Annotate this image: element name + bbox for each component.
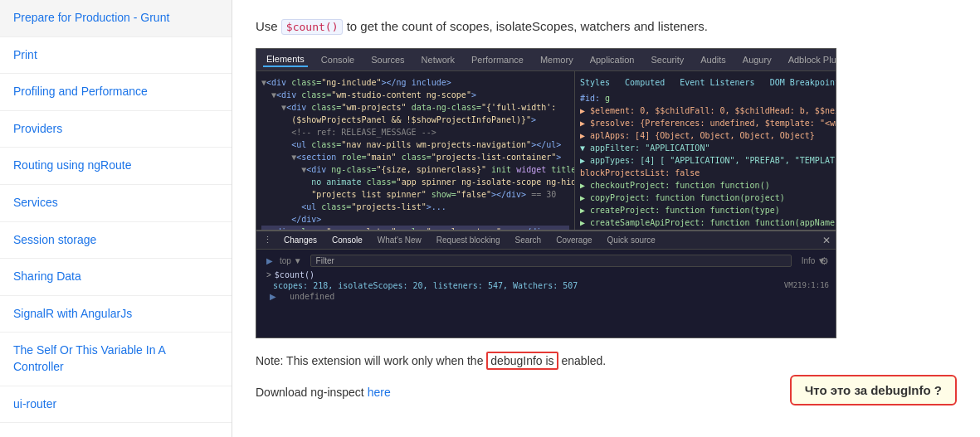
- console-prompt: >: [266, 270, 271, 279]
- sidebar-item-services[interactable]: Services: [0, 185, 232, 222]
- console-body: ▶ top ▼ Filter Info ▼ ⚙ > $count() scope…: [256, 250, 836, 304]
- console-filter-row: ▶ top ▼ Filter Info ▼ ⚙: [263, 253, 829, 269]
- dom-line-9: no animate class="app spinner ng-isolate…: [261, 176, 569, 188]
- sidebar-item-profiling[interactable]: Profiling and Performance: [0, 74, 232, 111]
- style-create: ▶ createProject: function function(type): [580, 204, 831, 216]
- console-filter-input[interactable]: Filter: [310, 255, 792, 267]
- style-apptypes: ▶ appTypes: [4] [ "APPLICATION", "PREFAB…: [580, 154, 831, 167]
- dom-line-4: ($showProjectsPanel && !$showProjectInfo…: [261, 114, 569, 126]
- dt-tab-application[interactable]: Application: [587, 53, 638, 66]
- count-code: $count(): [281, 19, 344, 35]
- style-resolve: ▶ $resolve: {Preferences: undefined, $te…: [580, 117, 831, 129]
- dom-line-2: ▼<div class="wm-studio-content ng-scope"…: [261, 89, 569, 101]
- console-tab-search[interactable]: Search: [512, 234, 545, 246]
- console-tab-quicksource[interactable]: Quick source: [604, 234, 659, 246]
- dt-tab-memory[interactable]: Memory: [537, 53, 577, 66]
- style-checkout: ▶ checkoutProject: function function(): [580, 179, 831, 192]
- dom-line-6: <ul class="nav nav-pills wm-projects-nav…: [261, 138, 569, 151]
- debuginfo-tooltip-button[interactable]: Что это за debugInfo ?: [790, 375, 957, 405]
- sidebar-item-signalr[interactable]: SignalR with AngularJs: [0, 296, 232, 333]
- dt-tab-augury[interactable]: Augury: [739, 53, 775, 66]
- console-tabs-bar: ⋮ Changes Console What's New Request blo…: [256, 231, 836, 250]
- dom-line-10: "projects list spinner" show="false"></d…: [261, 188, 569, 201]
- console-tab-whatsnew[interactable]: What's New: [374, 234, 425, 246]
- console-top-label: top ▼: [280, 256, 302, 265]
- dt-tab-adblock[interactable]: Adblock Plus: [785, 53, 836, 66]
- console-undefined-row: ▶ undefined: [263, 292, 829, 301]
- dom-line-12: </div>: [261, 213, 569, 226]
- console-close-icon[interactable]: ✕: [822, 235, 831, 246]
- console-undefined: undefined: [280, 292, 334, 301]
- devtools-tabs: Elements Console Sources Network Perform…: [256, 49, 836, 71]
- console-output: scopes: 218, isolateScopes: 20, listener…: [263, 281, 829, 290]
- bottom-row: Download ng-inspect here Что это за debu…: [256, 378, 957, 405]
- note-paragraph: Note: This extension will work only when…: [256, 352, 957, 370]
- style-aplapps: ▶ aplApps: [4] {Object, Object, Object, …: [580, 129, 831, 142]
- console-tab-coverage[interactable]: Coverage: [553, 234, 595, 246]
- console-tab-request-blocking[interactable]: Request blocking: [433, 234, 504, 246]
- dt-tab-security[interactable]: Security: [647, 53, 687, 66]
- devtools-screenshot: Elements Console Sources Network Perform…: [256, 48, 836, 338]
- dt-tab-network[interactable]: Network: [418, 53, 458, 66]
- sidebar: Prepare for Production - Grunt Print Pro…: [0, 0, 232, 437]
- debug-info-highlight: debugInfo is: [486, 352, 558, 370]
- dom-line-3: ▼<div class="wm-projects" data-ng-class=…: [261, 101, 569, 114]
- styles-header: Styles Computed Event Listeners DOM Brea…: [580, 76, 831, 89]
- console-tab-console[interactable]: Console: [329, 234, 366, 246]
- style-copy: ▶ copyProject: function function(project…: [580, 192, 831, 204]
- sidebar-item-session-storage[interactable]: Session storage: [0, 222, 232, 260]
- download-link[interactable]: here: [368, 386, 391, 399]
- style-id: #id: g: [580, 92, 831, 104]
- dt-tab-console[interactable]: Console: [318, 53, 358, 66]
- sidebar-item-print[interactable]: Print: [0, 37, 232, 75]
- dt-tab-audits[interactable]: Audits: [697, 53, 729, 66]
- style-blocklist: blockProjectsList: false: [580, 167, 831, 179]
- main-content: Use $count() to get the count of scopes,…: [232, 0, 980, 437]
- dom-line-11: <ul class="projects-list">...: [261, 201, 569, 213]
- style-appfilter: ▼ appFilter: "APPLICATION": [580, 142, 831, 154]
- sidebar-item-self-variable[interactable]: The Self Or This Variable In A Controlle…: [0, 333, 232, 386]
- dt-tab-elements[interactable]: Elements: [263, 52, 308, 67]
- dom-line-8: ▼<div ng-class="{size, spinnerclass}" in…: [261, 163, 569, 176]
- download-paragraph: Download ng-inspect here: [256, 383, 391, 401]
- dom-line-5: <!-- ref: RELEASE_MESSAGE -->: [261, 126, 569, 138]
- dt-tab-sources[interactable]: Sources: [368, 53, 407, 66]
- console-vm-info: VM219:1:16: [784, 281, 829, 289]
- console-tab-changes[interactable]: Changes: [280, 234, 320, 246]
- intro-paragraph: Use $count() to get the count of scopes,…: [256, 17, 957, 36]
- dt-tab-performance[interactable]: Performance: [468, 53, 527, 66]
- console-expand-icon: ▶: [270, 292, 276, 301]
- console-resize-icon: ⋮: [263, 235, 272, 245]
- style-element: ▶ $element: 0, $$childFall: 0, $$childHe…: [580, 104, 831, 117]
- console-filter-icon: ▶: [266, 256, 273, 265]
- sidebar-item-providers[interactable]: Providers: [0, 111, 232, 148]
- console-settings-icon[interactable]: ⚙: [820, 255, 829, 267]
- sidebar-item-ui-router[interactable]: ui-router: [0, 386, 232, 424]
- dom-line-7: ▼<section role="main" class="projects-li…: [261, 151, 569, 163]
- console-input-row: > $count(): [263, 269, 829, 281]
- style-createapi: ▶ createSampleApiProject: function funct…: [580, 216, 831, 229]
- console-command: $count(): [275, 270, 314, 279]
- dom-line-1: ▼<div class="ng-include"></ng include>: [261, 76, 569, 89]
- sidebar-item-prepare-grunt[interactable]: Prepare for Production - Grunt: [0, 0, 232, 37]
- sidebar-item-sharing-data[interactable]: Sharing Data: [0, 259, 232, 296]
- devtools-console-area: ⋮ Changes Console What's New Request blo…: [256, 230, 836, 337]
- sidebar-item-routing[interactable]: Routing using ngRoute: [0, 148, 232, 185]
